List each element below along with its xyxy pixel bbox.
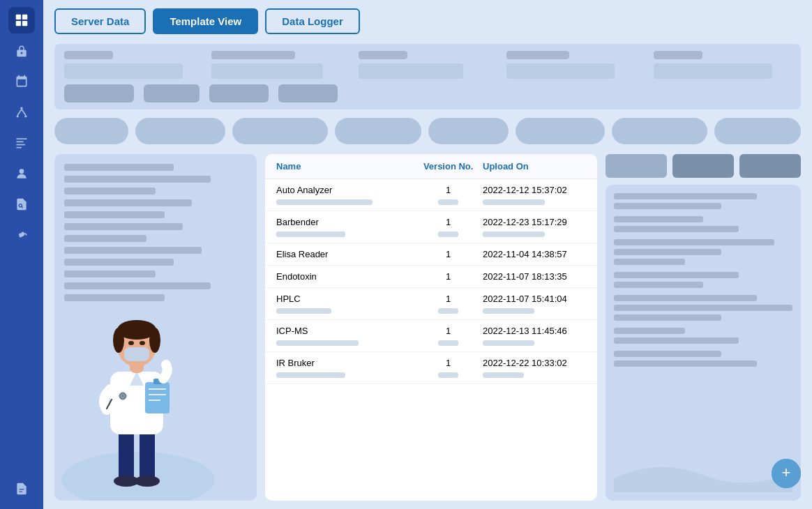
svg-point-4 bbox=[20, 107, 22, 109]
action-btn-1[interactable] bbox=[54, 118, 128, 144]
right-top-buttons bbox=[606, 154, 801, 178]
filter-input-5[interactable] bbox=[654, 63, 772, 79]
svg-rect-26 bbox=[145, 382, 170, 413]
svg-rect-3 bbox=[22, 21, 27, 26]
filter-input-2[interactable] bbox=[211, 63, 323, 79]
action-btn-4[interactable] bbox=[335, 118, 421, 144]
svg-line-8 bbox=[22, 109, 26, 115]
sidebar bbox=[0, 0, 43, 509]
table-header: Name Version No. Upload On bbox=[265, 154, 597, 179]
right-line bbox=[614, 249, 721, 255]
filter-action-btn-1[interactable] bbox=[64, 84, 134, 102]
filter-label-2 bbox=[211, 51, 295, 59]
row-sub-1c bbox=[483, 231, 545, 237]
svg-point-37 bbox=[128, 341, 134, 345]
svg-point-25 bbox=[119, 393, 126, 400]
right-btn-2[interactable] bbox=[672, 154, 734, 178]
svg-text:+: + bbox=[782, 464, 791, 481]
action-btn-8[interactable] bbox=[714, 118, 801, 144]
row-sub-4a bbox=[276, 308, 331, 314]
right-line bbox=[614, 193, 757, 199]
action-btn-7[interactable] bbox=[612, 118, 707, 144]
svg-point-18 bbox=[61, 452, 215, 501]
table-row[interactable]: Endotoxin 1 2022-11-07 18:13:35 bbox=[265, 266, 597, 288]
col-version-header: Version No. bbox=[414, 161, 483, 172]
action-bar bbox=[54, 118, 801, 144]
filter-label-1 bbox=[64, 51, 113, 59]
sidebar-icon-calendar[interactable] bbox=[8, 68, 35, 95]
wave-decoration bbox=[614, 457, 792, 492]
filter-action-btn-2[interactable] bbox=[144, 84, 200, 102]
svg-point-34 bbox=[113, 328, 124, 353]
row-upload-2: 2022-11-04 14:38:57 bbox=[483, 249, 586, 259]
row-sub-6a bbox=[276, 372, 345, 378]
table-row[interactable]: Barbender 1 2022-12-23 15:17:29 bbox=[265, 211, 597, 243]
row-name-6: IR Bruker bbox=[276, 358, 414, 378]
right-line bbox=[614, 259, 685, 265]
fab-button[interactable]: + bbox=[772, 459, 801, 488]
row-sub-0b bbox=[438, 199, 459, 205]
top-tabs: Server Data Template View Data Logger bbox=[54, 8, 801, 34]
table-row[interactable]: Elisa Reader 1 2022-11-04 14:38:57 bbox=[265, 243, 597, 266]
svg-rect-9 bbox=[17, 138, 27, 139]
col-upload-header: Upload On bbox=[483, 161, 586, 172]
filter-input-3[interactable] bbox=[359, 63, 463, 79]
row-name-4: HPLC bbox=[276, 294, 414, 314]
center-table: Name Version No. Upload On Auto Analyzer… bbox=[265, 154, 597, 501]
right-line bbox=[614, 360, 757, 367]
filter-action-btn-3[interactable] bbox=[209, 84, 269, 102]
sidebar-icon-list[interactable] bbox=[8, 130, 35, 156]
svg-point-13 bbox=[20, 169, 24, 174]
action-btn-5[interactable] bbox=[428, 118, 509, 144]
row-sub-5a bbox=[276, 340, 359, 346]
right-line bbox=[614, 305, 792, 311]
table-row[interactable]: IR Bruker 1 2022-12-22 10:33:02 bbox=[265, 352, 597, 384]
right-line bbox=[614, 314, 721, 321]
row-sub-1b bbox=[438, 231, 459, 237]
svg-rect-1 bbox=[22, 15, 27, 20]
action-btn-2[interactable] bbox=[135, 118, 225, 144]
tab-template-view[interactable]: Template View bbox=[153, 8, 258, 34]
right-card bbox=[606, 185, 801, 501]
right-line bbox=[614, 272, 739, 278]
sidebar-icon-network[interactable] bbox=[8, 99, 35, 126]
table-row[interactable]: ICP-MS 1 2022-12-13 11:45:46 bbox=[265, 320, 597, 352]
right-group-2 bbox=[614, 216, 792, 232]
row-version-0: 1 bbox=[414, 185, 483, 205]
right-group-6 bbox=[614, 328, 792, 344]
table-row[interactable]: Auto Analyzer 1 2022-12-12 15:37:02 bbox=[265, 179, 597, 211]
svg-rect-0 bbox=[16, 15, 21, 20]
svg-rect-12 bbox=[17, 147, 22, 149]
right-btn-1[interactable] bbox=[606, 154, 667, 178]
sidebar-icon-doc-search[interactable] bbox=[8, 191, 35, 218]
svg-point-35 bbox=[149, 328, 160, 353]
filter-input-4[interactable] bbox=[506, 63, 615, 79]
svg-rect-11 bbox=[17, 144, 26, 146]
main-content: Server Data Template View Data Logger bbox=[43, 0, 812, 509]
row-sub-1a bbox=[276, 231, 345, 237]
right-line bbox=[614, 295, 757, 301]
right-group-1 bbox=[614, 193, 792, 209]
right-line bbox=[614, 328, 685, 334]
sidebar-icon-user[interactable] bbox=[8, 160, 35, 187]
filter-input-1[interactable] bbox=[64, 63, 183, 79]
action-btn-3[interactable] bbox=[232, 118, 328, 144]
filter-action-btn-4[interactable] bbox=[278, 84, 338, 102]
sidebar-icon-report[interactable] bbox=[8, 476, 35, 502]
right-btn-3[interactable] bbox=[739, 154, 801, 178]
right-group-3 bbox=[614, 239, 792, 265]
table-row[interactable]: HPLC 1 2022-11-07 15:41:04 bbox=[265, 288, 597, 320]
sidebar-icon-logo[interactable] bbox=[8, 7, 35, 33]
sidebar-icon-lock[interactable] bbox=[8, 38, 35, 64]
tab-data-logger[interactable]: Data Logger bbox=[265, 8, 360, 34]
svg-rect-36 bbox=[124, 347, 149, 361]
col-name-header: Name bbox=[276, 161, 414, 172]
right-line bbox=[614, 203, 721, 209]
tab-server-data[interactable]: Server Data bbox=[54, 8, 146, 34]
action-btn-6[interactable] bbox=[516, 118, 605, 144]
illustration-svg bbox=[61, 250, 215, 501]
sidebar-icon-settings[interactable] bbox=[8, 222, 35, 248]
svg-rect-2 bbox=[16, 21, 21, 26]
filter-label-5 bbox=[654, 51, 702, 59]
row-upload-6: 2022-12-22 10:33:02 bbox=[483, 358, 586, 378]
